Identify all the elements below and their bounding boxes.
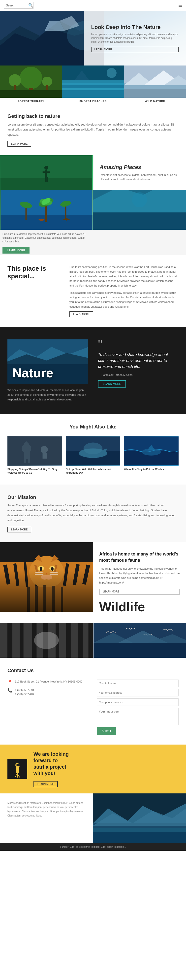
phone2-text: 1 (326) 567-404 (15, 692, 34, 697)
nature-quote-text: To discover and share knowledge about pl… (98, 352, 178, 370)
svg-rect-110 (66, 623, 71, 657)
might-card-wolves[interactable]: Stopping Chimps' Drawn-Out Way To Gray W… (8, 436, 62, 475)
special-grid: This place is special... Due to its comm… (8, 265, 178, 317)
quote-mark: " (98, 339, 178, 349)
svg-point-69 (142, 449, 161, 456)
amazing-bottom-left: Duis aute irure dolor in reprehenderit i… (0, 190, 93, 255)
phone1-text: 1 (326) 567-891 (15, 688, 34, 692)
nature-dark-learn-more-button[interactable]: LEARN MORE (98, 380, 126, 388)
svg-rect-25 (124, 89, 186, 98)
amazing-text-area: Amazing Places Excepteur sint occaecat c… (94, 155, 186, 190)
ocean-image (124, 436, 178, 466)
yellow-section: We are looking forward to start a projec… (0, 745, 186, 794)
hero-title: Look Deep Into The Nature (91, 24, 179, 30)
phone-icon: 📞 (8, 688, 13, 693)
svg-rect-9 (0, 90, 62, 98)
svg-point-113 (34, 632, 59, 649)
search-icon: 🔍 (28, 3, 33, 8)
africa-image-overlay (0, 570, 93, 612)
svg-rect-32 (47, 177, 48, 182)
phone-input[interactable] (97, 698, 178, 706)
hero-overlay: Look Deep Into The Nature Lorem ipsum do… (84, 11, 186, 65)
svg-rect-106 (20, 623, 24, 657)
svg-point-7 (20, 67, 42, 89)
beaches-image (62, 65, 124, 98)
might-card-wildlife[interactable]: Get Up Close With Wildlife in Missouri M… (66, 436, 120, 475)
wildlife-word: Wildlife (99, 600, 180, 614)
africa-text-area: Africa is home to many of the world's mo… (93, 542, 186, 623)
our-mission-body: Forest Therapy is a research-based frame… (8, 503, 178, 523)
message-textarea[interactable] (97, 708, 178, 725)
name-input[interactable] (97, 679, 178, 687)
amazing-right-image (93, 190, 186, 230)
contact-address-text: 117 Book Street, 21 Avenue, New York, NY… (15, 679, 82, 684)
svg-rect-122 (16, 764, 20, 766)
amazing-top-grid: Amazing Places Excepteur sint occaecat c… (0, 155, 186, 190)
contact-address-item: 📍 117 Book Street, 21 Avenue, New York, … (8, 679, 89, 684)
svg-rect-57 (24, 458, 26, 463)
footer: Furlide • Click to Select this text box.… (0, 843, 186, 851)
yellow-learn-more-button[interactable]: LEARN MORE (33, 781, 58, 787)
svg-point-28 (45, 166, 48, 170)
might-card-whales[interactable]: Where It's Okay to Pet the Whales (124, 436, 178, 475)
mission-learn-more-button[interactable]: LEARN MORE (8, 527, 31, 533)
nature-dark-body: We seek to inspire and educate all membe… (8, 388, 88, 402)
beaches-card[interactable]: 30 BEST BEACHES (62, 65, 124, 105)
contact-phone-item: 📞 1 (326) 567-891 1 (326) 567-404 (8, 688, 89, 697)
amazing-caption: Duis aute irure dolor in reprehenderit i… (0, 230, 93, 246)
amazing-learn-more-button[interactable]: LEARN MORE (3, 247, 30, 253)
contact-info-col: 📍 117 Book Street, 21 Avenue, New York, … (8, 679, 89, 735)
getting-back-title: Getting back to nature (8, 113, 178, 119)
special-learn-more-button[interactable]: LEARN MORE (70, 311, 93, 317)
svg-rect-112 (89, 623, 93, 657)
submit-button[interactable]: Submit (97, 727, 116, 735)
svg-rect-19 (62, 88, 124, 90)
amazing-bottom-grid: Duis aute irure dolor in reprehenderit i… (0, 190, 186, 255)
yellow-text-area: We are looking forward to start a projec… (33, 751, 69, 787)
wild-nature-card[interactable]: WILD NATURE (124, 65, 186, 105)
svg-point-54 (22, 444, 31, 453)
svg-point-12 (42, 77, 52, 87)
svg-rect-46 (93, 212, 186, 230)
special-col2-text: This spacious and airy single storey hol… (70, 291, 178, 309)
contact-grid: 📍 117 Book Street, 21 Avenue, New York, … (8, 679, 178, 735)
nature-dark-image-card: Nature (8, 339, 88, 384)
wild-nature-label: WILD NATURE (124, 98, 186, 105)
special-place-section: This place is special... Due to its comm… (0, 255, 186, 327)
menu-icon[interactable]: ☰ (178, 3, 182, 8)
africa-learn-more-button[interactable]: LEARN MORE (99, 589, 180, 595)
tiger-image (0, 542, 93, 612)
search-input[interactable] (6, 4, 28, 7)
search-bar[interactable]: 🔍 (4, 2, 33, 9)
location-icon: 📍 (8, 679, 13, 684)
special-col1-text: Due to its commanding position, in the s… (70, 265, 178, 288)
email-input[interactable] (97, 689, 178, 697)
yellow-heading: We are looking forward to start a projec… (33, 751, 69, 776)
svg-rect-121 (16, 767, 19, 773)
might-like-grid: Stopping Chimps' Drawn-Out Way To Gray W… (8, 436, 178, 475)
svg-rect-111 (78, 623, 83, 657)
svg-rect-29 (45, 170, 48, 177)
svg-rect-31 (45, 177, 47, 182)
nature-dark-section: Nature We seek to inspire and educate al… (0, 327, 186, 414)
our-mission-section: Our Mission Forest Therapy is a research… (0, 485, 186, 542)
our-mission-title: Our Mission (8, 495, 178, 500)
svg-rect-13 (46, 85, 48, 90)
getting-back-body: Lorem ipsum dolor sit amet, consectetur … (8, 122, 178, 137)
lorem-column: Morbi condimentum mattia arcu, semper ef… (0, 794, 93, 843)
contact-phone-numbers: 1 (326) 567-891 1 (326) 567-404 (15, 688, 34, 697)
mountain-image (93, 794, 186, 843)
svg-rect-105 (8, 623, 13, 657)
getting-back-section: Getting back to nature Lorem ipsum dolor… (0, 105, 186, 155)
whales-card-title: Where It's Okay to Pet the Whales (124, 468, 178, 471)
getting-back-learn-more-button[interactable]: LEARN MORE (8, 141, 31, 146)
wildlife-bottom-images (0, 623, 186, 658)
contact-form: Submit (97, 679, 178, 735)
hero-learn-more-button[interactable]: LEARN MORE (91, 47, 179, 52)
forest-therapy-card[interactable]: FOREST THERAPY (0, 65, 62, 105)
lorem-text: Morbi condimentum mattia arcu, semper ef… (8, 801, 86, 818)
svg-rect-115 (94, 643, 186, 658)
africa-body: This list is intended not only to showca… (99, 566, 180, 585)
svg-rect-131 (93, 832, 186, 843)
contact-title: Contact Us (8, 668, 178, 673)
